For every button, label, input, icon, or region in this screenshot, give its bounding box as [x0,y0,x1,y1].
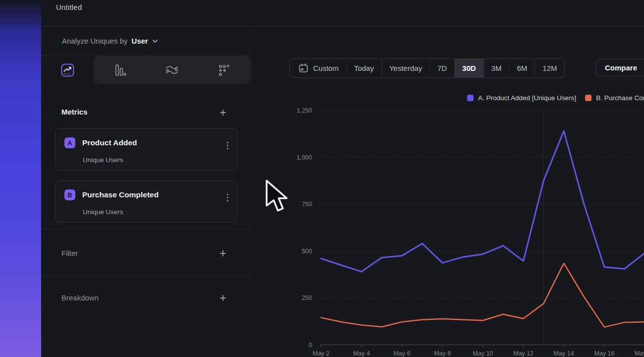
x-tick-label: May 8 [434,350,451,357]
y-tick-label: 750 [302,201,312,208]
range-today[interactable]: Today [347,59,382,77]
legend-label: B. Purchase Completed [Unique Users] [596,94,644,102]
x-tick-label: May 4 [353,350,370,357]
metric-title: Purchase Completed [82,190,159,199]
range-label: 30D [462,64,476,72]
series-line-a [321,131,644,272]
line-chart: 02505007501,0001,250May 2May 4May 6May 8… [0,0,644,357]
legend-item: A. Product Added [Unique Users] [467,94,576,102]
add-breakdown-button[interactable]: + [218,293,228,303]
legend-swatch [585,95,591,101]
range-label: Custom [313,64,339,72]
range-label: 6M [517,64,527,72]
kebab-menu-icon[interactable] [226,193,229,202]
flow-icon [164,63,179,76]
range-3m[interactable]: 3M [484,59,510,77]
analyze-label: Analyze Uniques by [62,37,128,45]
metric-badge-b: B [64,189,75,200]
filter-heading: Filter [61,249,78,257]
y-tick-label: 250 [302,295,312,301]
tab-line-chart[interactable] [41,56,94,84]
tab-dots-grid[interactable] [198,56,250,84]
y-tick-label: 1,000 [297,154,312,161]
legend-item: B. Purchase Completed [Unique Users] [585,94,644,102]
metric-card-a[interactable]: A Product Added Unique Users [55,128,238,171]
x-tick-label: May 16 [594,350,614,357]
metric-badge-a: A [64,137,75,148]
kebab-menu-icon[interactable] [226,141,229,150]
y-tick-label: 500 [302,248,312,255]
metric-card-b[interactable]: B Purchase Completed Unique Users [55,180,238,223]
add-filter-button[interactable]: + [218,248,228,258]
legend-label: A. Product Added [Unique Users] [478,94,576,102]
chart-legend: A. Product Added [Unique Users]B. Purcha… [467,94,644,102]
date-range-control: CustomTodayYesterday7D30D3M6M12M [289,59,565,78]
section-divider [41,229,250,230]
metric-subtitle: Unique Users [83,156,123,164]
dots-grid-icon [217,63,231,77]
chevron-down-icon [152,39,158,43]
y-tick-label: 1,250 [297,107,312,114]
series-line-b [321,263,644,327]
x-tick-label: May 14 [554,350,574,357]
bar-chart-icon [113,63,126,77]
range-yesterday[interactable]: Yesterday [382,59,430,77]
compare-button[interactable]: Compare [596,59,644,76]
metric-subtitle: Unique Users [83,208,123,216]
analyze-value: User [132,37,148,45]
range-6m[interactable]: 6M [509,59,535,77]
x-tick-label: May 18 [635,350,644,357]
x-tick-label: May 12 [513,350,534,357]
range-label: 12M [542,64,557,72]
x-tick-label: May 10 [473,350,493,357]
legend-swatch [467,95,474,101]
topbar-divider [41,26,644,26]
x-tick-label: May 2 [313,350,329,357]
tab-bar-chart[interactable] [94,56,146,84]
mouse-cursor [265,178,288,215]
wallpaper-gradient [0,0,41,357]
breakdown-heading: Breakdown [61,294,99,302]
range-label: Yesterday [389,64,422,72]
page-title: Untitled [56,3,82,11]
tab-flow[interactable] [146,56,199,84]
range-30d[interactable]: 30D [455,59,484,77]
add-metric-button[interactable]: + [218,108,228,118]
metric-title: Product Added [82,138,137,147]
sidebar-divider [250,26,251,357]
y-tick-label: 0 [309,342,312,349]
analyze-uniques-dropdown[interactable]: Analyze Uniques by User [62,37,158,45]
range-7d[interactable]: 7D [430,59,455,77]
line-chart-icon [61,63,74,77]
range-label: Today [354,64,374,72]
range-12m[interactable]: 12M [535,59,564,77]
range-custom[interactable]: Custom [290,59,347,77]
calendar-icon [298,63,309,73]
range-label: 3M [491,64,502,72]
chart-type-tab-group [94,56,250,84]
x-tick-label: May 6 [393,350,410,357]
section-divider [41,276,250,276]
metrics-heading: Metrics [61,108,88,116]
range-label: 7D [437,64,447,72]
